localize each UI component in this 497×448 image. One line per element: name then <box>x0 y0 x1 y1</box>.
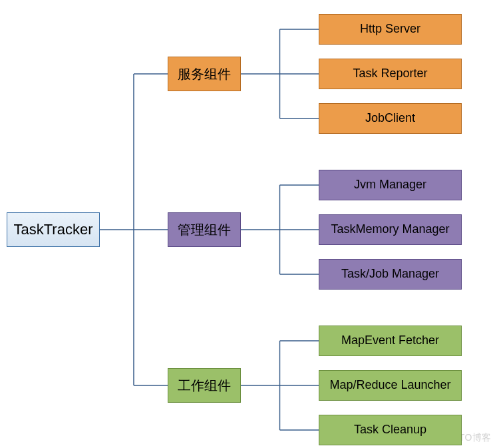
leaf-node: TaskMemory Manager <box>319 214 462 245</box>
root-label: TaskTracker <box>14 221 93 238</box>
category-label: 工作组件 <box>178 377 231 393</box>
leaf-node: Jvm Manager <box>319 170 462 200</box>
leaf-node: Task Cleanup <box>319 415 462 445</box>
leaf-node: Http Server <box>319 14 462 45</box>
root-node: TaskTracker <box>7 212 100 247</box>
category-label: 服务组件 <box>178 66 231 82</box>
leaf-node: Task Reporter <box>319 59 462 89</box>
leaf-label: Jvm Manager <box>354 178 426 192</box>
leaf-label: Http Server <box>360 22 420 37</box>
category-node: 工作组件 <box>168 368 241 403</box>
category-node: 管理组件 <box>168 212 241 247</box>
leaf-node: Map/Reduce Launcher <box>319 370 462 401</box>
leaf-node: JobClient <box>319 103 462 134</box>
leaf-node: Task/Job Manager <box>319 259 462 290</box>
leaf-label: JobClient <box>365 111 415 126</box>
leaf-label: Map/Reduce Launcher <box>329 378 450 393</box>
category-node: 服务组件 <box>168 57 241 91</box>
leaf-label: Task Cleanup <box>354 423 426 437</box>
leaf-node: MapEvent Fetcher <box>319 326 462 356</box>
leaf-label: MapEvent Fetcher <box>341 334 439 348</box>
leaf-label: Task Reporter <box>353 67 427 81</box>
category-label: 管理组件 <box>178 222 231 238</box>
leaf-label: Task/Job Manager <box>341 267 439 282</box>
leaf-label: TaskMemory Manager <box>331 222 449 237</box>
